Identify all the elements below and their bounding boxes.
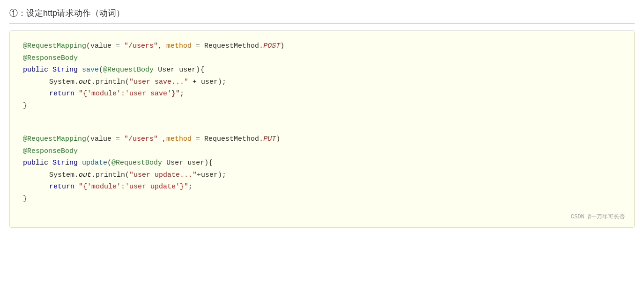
string-value: "user save..." <box>129 78 188 86</box>
code-line: System.out.println("user save..." + user… <box>23 76 621 88</box>
code-text: ) <box>280 42 284 50</box>
http-method: PUT <box>263 135 276 143</box>
code-text: = RequestMethod. <box>192 42 263 50</box>
code-text: println( <box>96 78 129 86</box>
code-text: System. <box>49 78 79 86</box>
code-text <box>48 66 52 74</box>
code-text: . <box>91 171 96 179</box>
code-text: ( <box>107 159 111 167</box>
code-text <box>78 66 82 74</box>
code-line: } <box>23 193 621 205</box>
annotation: @RequestMapping <box>23 135 86 143</box>
code-text: (value = <box>86 42 124 50</box>
code-line: return "{'module':'user update'}"; <box>23 181 621 193</box>
code-text: ( <box>99 66 103 74</box>
annotation: @ResponseBody <box>23 54 78 62</box>
code-block: @RequestMapping(value = "/users", method… <box>9 30 635 228</box>
annotation: @ResponseBody <box>23 147 78 155</box>
string-value: "user update..." <box>129 171 197 179</box>
page-container: ①：设定http请求动作（动词） @RequestMapping(value =… <box>0 0 644 281</box>
code-section-put: @RequestMapping(value = "/users" ,method… <box>23 133 621 205</box>
string-value: "{'module':'user update'}" <box>79 183 188 191</box>
code-text: + user); <box>188 78 226 86</box>
code-section-post: @RequestMapping(value = "/users", method… <box>23 40 621 112</box>
string-value: "/users" <box>124 135 158 143</box>
keyword-return: return <box>49 90 74 98</box>
spacer <box>23 125 621 133</box>
code-text <box>78 159 82 167</box>
param-annotation: @RequestBody <box>103 66 154 74</box>
code-text: ) <box>276 135 280 143</box>
attr-key: method <box>166 135 192 143</box>
code-line: } <box>23 100 621 112</box>
keyword-string: String <box>52 159 78 167</box>
keyword-return: return <box>49 183 74 191</box>
method-name: save <box>82 66 99 74</box>
code-line: @RequestMapping(value = "/users", method… <box>23 40 621 52</box>
code-text <box>74 90 79 98</box>
code-text: ; <box>188 183 192 191</box>
keyword-string: String <box>52 66 78 74</box>
watermark: CSDN @一万年可长否 <box>571 212 625 222</box>
method-name: update <box>82 159 107 167</box>
code-text: . <box>91 78 96 86</box>
code-text: User user){ <box>162 159 213 167</box>
keyword-public: public <box>23 66 48 74</box>
code-text <box>48 159 52 167</box>
code-text: System. <box>49 171 79 179</box>
code-text: User user){ <box>154 66 204 74</box>
annotation: @RequestMapping <box>23 42 86 50</box>
code-text: = RequestMethod. <box>192 135 263 143</box>
code-line: public String save(@RequestBody User use… <box>23 64 621 76</box>
section-title: ①：设定http请求动作（动词） <box>9 7 635 24</box>
string-value: "/users" <box>124 42 158 50</box>
code-text: (value = <box>86 135 124 143</box>
code-line: @ResponseBody <box>23 145 621 158</box>
code-text: , <box>158 42 166 50</box>
string-value: "{'module':'user save'}" <box>79 90 180 98</box>
keyword-public: public <box>23 159 48 167</box>
code-line: return "{'module':'user save'}"; <box>23 88 621 100</box>
code-text: } <box>23 102 27 110</box>
code-text: , <box>158 135 166 143</box>
code-italic: out <box>79 171 91 179</box>
code-line: @ResponseBody <box>23 52 621 65</box>
code-text: println( <box>96 171 129 179</box>
code-italic: out <box>79 78 91 86</box>
http-method: POST <box>263 42 280 50</box>
code-line: @RequestMapping(value = "/users" ,method… <box>23 133 621 145</box>
code-text: ; <box>180 90 184 98</box>
code-text: } <box>23 195 27 203</box>
code-line: public String update(@RequestBody User u… <box>23 157 621 169</box>
param-annotation: @RequestBody <box>111 159 162 167</box>
code-text <box>74 183 79 191</box>
code-text: +user); <box>197 171 226 179</box>
code-line: System.out.println("user update..."+user… <box>23 169 621 181</box>
attr-key: method <box>166 42 192 50</box>
